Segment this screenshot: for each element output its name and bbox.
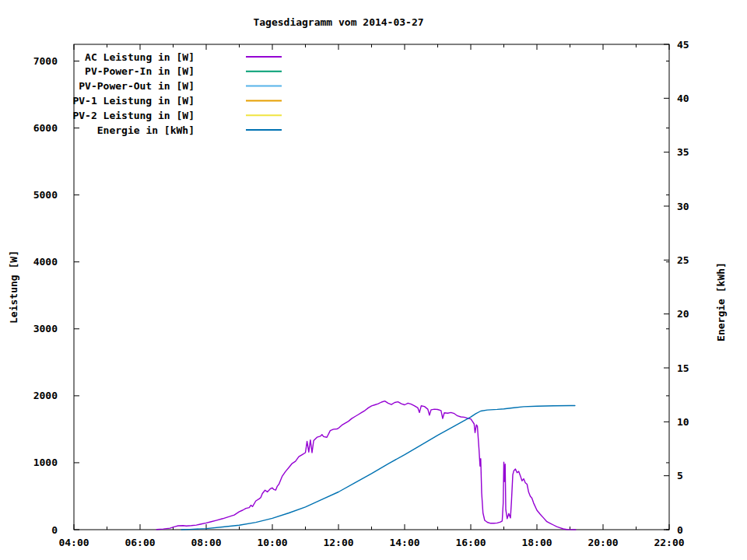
y-left-tick-label: 1000 [33,457,58,468]
x-tick-label: 20:00 [587,537,618,548]
legend-label: PV-2 Leistung in [W] [72,110,195,121]
x-tick-label: 06:00 [124,537,155,548]
y-right-tick-label: 25 [677,254,689,266]
y-left-tick-label: 0 [51,524,58,536]
y-left-tick-label: 7000 [33,55,58,67]
y-right-tick-label: 35 [677,146,689,158]
y-right-tick-label: 0 [677,524,683,536]
legend-label: PV-Power-Out in [W] [79,80,195,92]
legend-label: Energie in [kWh] [97,124,195,136]
x-tick-label: 12:00 [323,537,353,548]
chart-page: Tagesdiagramm vom 2014-03-27 Leistung [W… [0,0,747,560]
chart-title: Tagesdiagramm vom 2014-03-27 [0,16,677,28]
y-right-tick-label: 20 [677,308,689,320]
series-line [156,401,575,530]
legend-label: PV-Power-In in [W] [85,65,195,77]
y-left-tick-label: 2000 [33,390,58,401]
y-right-tick-label: 15 [677,362,689,374]
y-right-tick-label: 10 [677,416,689,428]
x-tick-label: 16:00 [455,537,486,548]
y-right-tick-label: 30 [677,201,689,212]
y-right-tick-label: 40 [677,93,689,104]
x-tick-label: 14:00 [389,537,419,548]
y-left-tick-label: 3000 [33,323,58,334]
x-tick-label: 10:00 [257,537,287,548]
y-left-tick-label: 4000 [33,256,58,268]
y-right-tick-label: 5 [677,470,683,481]
x-tick-label: 18:00 [521,537,552,548]
x-tick-label: 08:00 [191,537,221,548]
legend-label: AC Leistung in [W] [85,51,195,63]
y-left-tick-label: 6000 [33,122,58,134]
y-left-axis-label: Leistung [W] [8,250,19,324]
y-right-tick-label: 45 [677,39,689,51]
legend-label: PV-1 Leistung in [W] [72,95,195,107]
y-right-axis-label: Energie [kWh] [715,262,727,341]
x-tick-label: 22:00 [654,537,684,548]
chart-svg: 04:0006:0008:0010:0012:0014:0016:0018:00… [0,0,747,560]
y-left-tick-label: 5000 [33,189,58,201]
x-tick-label: 04:00 [58,537,89,548]
